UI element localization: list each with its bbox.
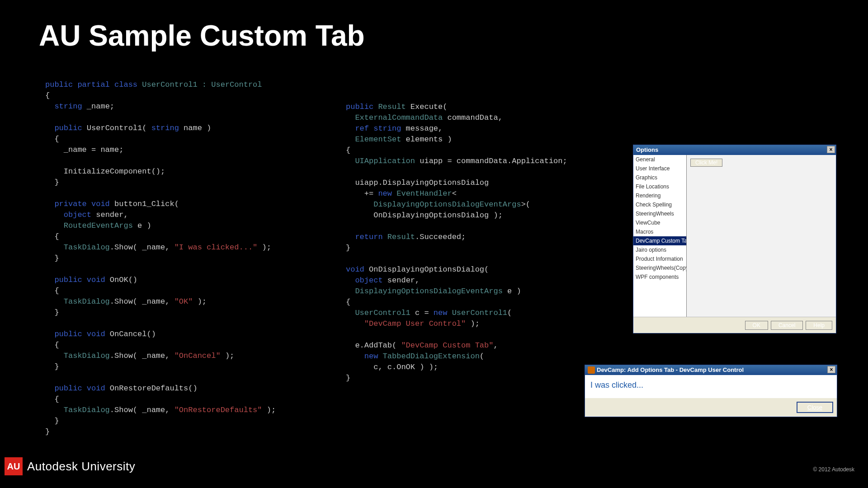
code-block-right: public Result Execute( ExternalCommandDa… (346, 102, 567, 384)
page-title: AU Sample Custom Tab (39, 19, 365, 52)
app-icon (588, 366, 595, 374)
options-titlebar[interactable]: Options × (633, 145, 836, 155)
options-list-item[interactable]: User Interface (633, 164, 686, 173)
options-list-item[interactable]: Graphics (633, 173, 686, 182)
close-icon[interactable]: × (827, 366, 835, 373)
help-button[interactable]: Help (806, 321, 832, 330)
ok-button[interactable]: OK (745, 321, 768, 330)
options-list-item[interactable]: File Locations (633, 182, 686, 191)
options-list-item[interactable]: WPF components (633, 272, 686, 282)
options-list-item[interactable]: Check Spelling (633, 200, 686, 209)
options-dialog: Options × GeneralUser InterfaceGraphicsF… (633, 145, 836, 333)
options-list-item[interactable]: Macros (633, 227, 686, 236)
options-list-item[interactable]: SteeringWheels(Copy) (633, 263, 686, 272)
options-list-item[interactable]: ViewCube (633, 218, 686, 227)
footer-logo: AU Autodesk University (5, 457, 135, 475)
options-list-item[interactable]: Rendering (633, 191, 686, 200)
au-badge-icon: AU (5, 457, 23, 475)
copyright-text: © 2012 Autodesk (813, 466, 854, 473)
close-button[interactable]: Close (797, 402, 833, 413)
message-titlebar[interactable]: DevCamp: Add Options Tab - DevCamp User … (585, 365, 837, 375)
cancel-button[interactable]: Cancel (771, 321, 803, 330)
options-list-item[interactable]: Jairo options (633, 245, 686, 254)
options-list-item[interactable]: Product Information (633, 254, 686, 263)
options-footer: OK Cancel Help (633, 317, 836, 333)
options-list-item[interactable]: SteeringWheels (633, 209, 686, 218)
options-title: Options (636, 146, 658, 153)
message-body: I was clicked... (585, 375, 837, 398)
options-list-item[interactable]: DevCamp Custom Tab (633, 236, 686, 245)
options-list: GeneralUser InterfaceGraphicsFile Locati… (633, 155, 687, 317)
message-title: DevCamp: Add Options Tab - DevCamp User … (597, 365, 744, 375)
message-footer: Close (585, 398, 837, 417)
click-me-button[interactable]: Click Me! (690, 159, 722, 167)
close-icon[interactable]: × (827, 146, 835, 153)
options-list-item[interactable]: General (633, 155, 686, 164)
code-block-left: public partial class UserControl1 : User… (45, 80, 276, 437)
options-panel: Click Me! (687, 155, 836, 317)
brand-text: Autodesk University (27, 460, 135, 474)
message-dialog: DevCamp: Add Options Tab - DevCamp User … (585, 365, 837, 417)
